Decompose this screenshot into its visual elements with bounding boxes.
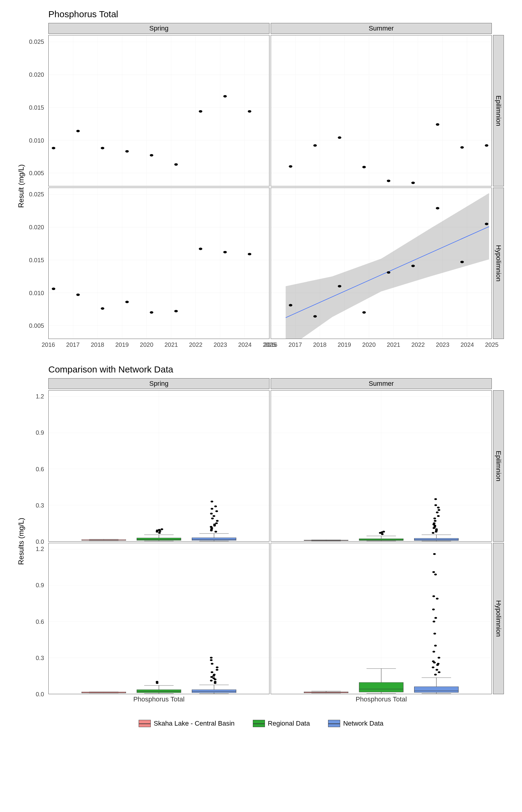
svg-point-19: [150, 154, 154, 157]
y-tick: 0.020: [29, 224, 44, 230]
x-tick: 2020: [140, 341, 154, 348]
svg-point-91: [362, 311, 366, 313]
svg-point-181: [434, 517, 436, 519]
x-tick: 2022: [189, 341, 203, 348]
svg-point-263: [434, 633, 436, 634]
facet2-col-spring: Spring: [48, 378, 269, 389]
facet-row-hypo: Hypolimnion: [493, 188, 504, 339]
svg-point-120: [161, 528, 163, 530]
y-tick: 0.6: [36, 466, 44, 472]
svg-rect-212: [192, 690, 236, 693]
y-tick: 0.010: [29, 137, 44, 144]
svg-point-223: [216, 669, 218, 671]
box-summer-epi: [271, 390, 492, 542]
y-tick: 0.015: [29, 104, 44, 111]
svg-rect-244: [359, 683, 403, 692]
legend: Skaha Lake - Central Basin Regional Data…: [18, 719, 504, 727]
svg-point-219: [210, 676, 213, 678]
page: Phosphorus Total Result (mg/L) Spring Su…: [0, 0, 522, 739]
panel-summer-hypo: [271, 188, 492, 339]
svg-point-261: [433, 651, 435, 652]
svg-point-20: [174, 163, 178, 165]
chart-network-comparison: Comparison with Network Data Results (mg…: [18, 364, 504, 705]
legend-swatch-regional: [253, 720, 265, 727]
svg-point-183: [436, 511, 439, 513]
svg-point-119: [158, 529, 161, 531]
chart1-xaxis-left: 2016201720182019202020212022202320242025: [48, 340, 269, 349]
chart1-xaxis-right: 2016201720182019202020212022202320242025: [271, 340, 492, 349]
x-tick: 2017: [288, 341, 302, 348]
svg-point-93: [411, 265, 415, 267]
x-tick: 2025: [485, 341, 499, 348]
svg-point-185: [437, 507, 440, 508]
svg-point-216: [210, 680, 213, 682]
svg-point-171: [432, 532, 435, 534]
legend-swatch-network: [328, 720, 340, 727]
x-tick: 2019: [115, 341, 129, 348]
svg-point-269: [434, 574, 437, 575]
y-tick: 0.020: [29, 71, 44, 78]
x-tick: 2024: [238, 341, 252, 348]
x-tick: 2018: [313, 341, 326, 348]
svg-point-215: [214, 681, 217, 683]
svg-point-255: [432, 666, 435, 668]
svg-point-70: [223, 251, 227, 253]
svg-point-136: [211, 517, 214, 519]
panel-spring-epi: [48, 35, 269, 186]
svg-point-186: [435, 504, 437, 506]
svg-rect-125: [192, 538, 236, 541]
svg-rect-113: [137, 538, 181, 541]
legend-item-network: Network Data: [328, 719, 383, 727]
svg-point-66: [125, 301, 129, 303]
svg-point-46: [460, 146, 464, 149]
svg-rect-250: [415, 687, 459, 692]
facet-row-epi: Epilimnion: [493, 35, 504, 186]
y-tick: 0.010: [29, 289, 44, 296]
svg-point-254: [436, 669, 438, 671]
svg-point-262: [434, 645, 437, 647]
y-tick: 0.3: [36, 654, 44, 661]
svg-point-42: [362, 166, 366, 168]
box-spring-epi: [48, 390, 269, 542]
xcat-right: Phosphorus Total: [356, 695, 407, 703]
svg-point-68: [174, 310, 178, 312]
svg-point-260: [438, 657, 440, 658]
chart2-title: Comparison with Network Data: [48, 364, 504, 374]
box-spring-hypo: [48, 543, 269, 694]
x-tick: 2023: [214, 341, 227, 348]
svg-point-40: [313, 144, 317, 146]
svg-point-182: [437, 515, 440, 517]
svg-point-224: [216, 666, 218, 668]
x-tick: 2022: [411, 341, 425, 348]
svg-point-67: [150, 311, 154, 313]
svg-point-226: [210, 659, 213, 661]
svg-point-115: [158, 532, 161, 534]
svg-point-187: [435, 498, 437, 500]
chart2-xaxis-right: Phosphorus Total: [271, 695, 492, 705]
svg-point-222: [210, 671, 213, 673]
y-tick: 0.025: [29, 38, 44, 45]
svg-point-266: [432, 609, 435, 610]
svg-point-179: [433, 522, 436, 524]
svg-point-135: [216, 520, 219, 522]
svg-point-92: [387, 271, 390, 274]
y-tick: 0.9: [36, 582, 44, 589]
svg-point-23: [248, 110, 251, 113]
svg-point-18: [125, 150, 129, 153]
x-tick: 2020: [362, 341, 376, 348]
svg-point-39: [289, 165, 293, 168]
y-tick: 0.015: [29, 257, 44, 263]
y-tick: 1.2: [36, 393, 44, 400]
chart1-ylabel: Result (mg/L): [17, 164, 25, 208]
x-tick: 2024: [460, 341, 474, 348]
x-tick: 2018: [91, 341, 104, 348]
svg-point-127: [215, 531, 217, 532]
x-tick: 2016: [264, 341, 278, 348]
chart2-xaxis-left: Phosphorus Total: [48, 695, 269, 705]
facet2-row-epi: Epilimnion: [493, 390, 504, 542]
svg-point-131: [209, 526, 213, 528]
facet-col-spring: Spring: [48, 23, 269, 34]
facet-col-summer: Summer: [271, 23, 492, 34]
legend-item-skaha: Skaha Lake - Central Basin: [139, 719, 235, 727]
y-tick: 0.025: [29, 190, 44, 198]
